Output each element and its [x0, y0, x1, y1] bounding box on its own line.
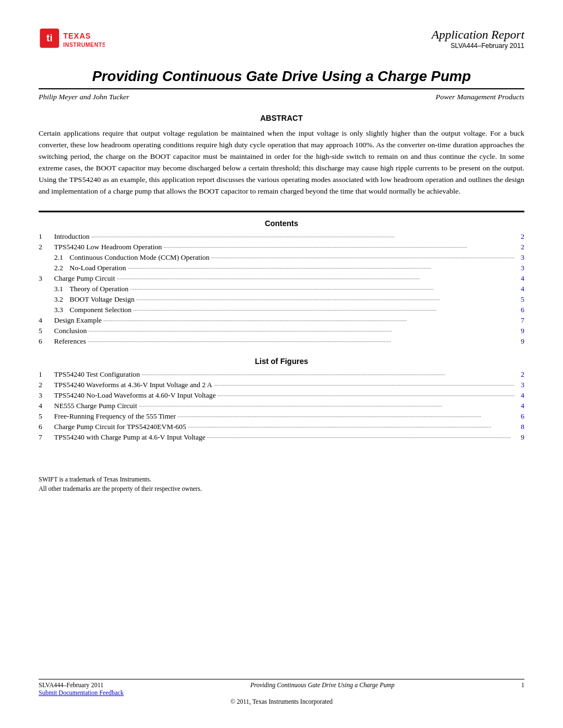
footer-left: SLVA444–February 2011 Submit Documentati… [39, 682, 124, 696]
authors-row: Philip Meyer and John Tucker Power Manag… [39, 93, 524, 101]
toc-entry: 2.2 No-Load Operation ··················… [39, 264, 524, 272]
lof-page[interactable]: 9 [514, 433, 524, 442]
lof-entries: 1 TPS54240 Test Configuration ··········… [39, 370, 524, 442]
footer-divider [39, 679, 524, 679]
toc-entry: 1 Introduction ·························… [39, 232, 524, 241]
toc-label: Conclusion [54, 326, 87, 335]
section-divider [39, 211, 524, 212]
toc-page[interactable]: 9 [514, 337, 524, 346]
lof-heading: List of Figures [39, 357, 524, 366]
app-report-label: Application Report [432, 28, 524, 42]
lof-label: TPS54240 Test Configuration [54, 370, 140, 379]
lof-label: NE555 Charge Pump Circuit [54, 402, 137, 410]
toc-label: Continuous Conduction Mode (CCM) Operati… [70, 253, 210, 262]
toc-entry: 3.2 BOOT Voltage Design ················… [39, 295, 524, 304]
lof-dotfill: ········································… [205, 434, 514, 441]
lof-num: 6 [39, 422, 54, 431]
toc-label: Theory of Operation [70, 285, 129, 293]
toc-page[interactable]: 4 [514, 274, 524, 283]
toc-num: 3.1 [39, 285, 70, 293]
toc-dotfill: ········································… [131, 307, 514, 313]
lof-dotfill: ········································… [176, 413, 514, 420]
toc-dotfill: ········································… [86, 338, 514, 345]
lof-num: 7 [39, 433, 54, 442]
logo-area: ti TEXAS INSTRUMENTS [39, 28, 105, 58]
lof-label: Free-Running Frequency of the 555 Timer [54, 412, 176, 421]
lof-page[interactable]: 3 [514, 381, 524, 389]
toc-dotfill: ········································… [89, 233, 514, 240]
toc-num: 2.1 [39, 253, 70, 262]
lof-entry: 7 TPS54240 with Charge Pump at 4.6-V Inp… [39, 433, 524, 442]
lof-page[interactable]: 4 [514, 391, 524, 400]
footer-slva: SLVA444–February 2011 [39, 682, 124, 688]
toc-dotfill: ········································… [162, 244, 514, 250]
toc-page[interactable]: 3 [514, 264, 524, 272]
page: ti TEXAS INSTRUMENTS Application Report … [0, 0, 563, 728]
toc-num: 1 [39, 232, 54, 241]
footer-bar: SLVA444–February 2011 Submit Documentati… [39, 679, 524, 705]
lof-page[interactable]: 8 [514, 422, 524, 431]
toc-page[interactable]: 3 [514, 253, 524, 262]
toc-entry: 3.3 Component Selection ················… [39, 306, 524, 314]
toc-num: 3.2 [39, 295, 70, 304]
toc-page[interactable]: 2 [514, 243, 524, 251]
lof-entry: 5 Free-Running Frequency of the 555 Time… [39, 412, 524, 421]
toc-dotfill: ········································… [126, 265, 514, 271]
toc-page[interactable]: 9 [514, 326, 524, 335]
submit-feedback-link[interactable]: Submit Documentation Feedback [39, 689, 124, 696]
lof-page[interactable]: 2 [514, 370, 524, 379]
toc-num: 3.3 [39, 306, 70, 314]
lof-dotfill: ········································… [213, 382, 514, 388]
footer-page-num: 1 [521, 682, 524, 688]
toc-page[interactable]: 7 [514, 316, 524, 325]
authors-left: Philip Meyer and John Tucker [39, 93, 129, 101]
toc-page[interactable]: 5 [514, 295, 524, 304]
toc-dotfill: ········································… [210, 254, 515, 261]
trademark-line1: SWIFT is a trademark of Texas Instrument… [39, 475, 524, 484]
lof-dotfill: ········································… [216, 392, 514, 399]
svg-text:TEXAS: TEXAS [63, 32, 91, 40]
toc-page[interactable]: 4 [514, 285, 524, 293]
lof-num: 2 [39, 381, 54, 389]
trademarks: SWIFT is a trademark of Texas Instrument… [39, 475, 524, 494]
lof-dotfill: ········································… [137, 403, 514, 409]
toc-page[interactable]: 2 [514, 232, 524, 241]
toc-page[interactable]: 6 [514, 306, 524, 314]
toc-entry: 5 Conclusion ···························… [39, 326, 524, 335]
lof-num: 5 [39, 412, 54, 421]
svg-text:INSTRUMENTS: INSTRUMENTS [63, 42, 105, 48]
toc-num: 5 [39, 326, 54, 335]
toc-label: Component Selection [70, 306, 131, 314]
toc-entry: 6 References ···························… [39, 337, 524, 346]
toc-label: Design Example [54, 316, 102, 325]
lof-page[interactable]: 4 [514, 402, 524, 410]
toc-num: 2 [39, 243, 54, 251]
lof-label: Charge Pump Circuit for TPS54240EVM-605 [54, 422, 186, 431]
toc-num: 2.2 [39, 264, 70, 272]
lof-label: TPS54240 No-Load Waveforms at 4.60-V Inp… [54, 391, 216, 400]
lof-label: TPS54240 with Charge Pump at 4.6-V Input… [54, 433, 205, 442]
toc-dotfill: ········································… [115, 275, 514, 282]
abstract-text: Certain applications require that output… [39, 128, 524, 197]
title-underline [39, 88, 524, 89]
toc-dotfill: ········································… [129, 286, 514, 292]
toc-label: TPS54240 Low Headroom Operation [54, 243, 162, 251]
trademark-line2: All other trademarks are the property of… [39, 484, 524, 494]
document-title: Providing Continuous Gate Drive Using a … [39, 68, 524, 85]
lof-entry: 2 TPS54240 Waveforms at 4.36-V Input Vol… [39, 381, 524, 389]
svg-text:ti: ti [46, 32, 52, 44]
authors-right: Power Management Products [435, 93, 524, 101]
toc-dotfill: ········································… [87, 328, 514, 334]
lof-section: List of Figures 1 TPS54240 Test Configur… [39, 357, 524, 442]
report-info: Application Report SLVA444–February 2011 [432, 28, 524, 50]
toc-label: Introduction [54, 232, 89, 241]
lof-page[interactable]: 6 [514, 412, 524, 421]
lof-entry: 1 TPS54240 Test Configuration ··········… [39, 370, 524, 379]
toc-entry: 4 Design Example ·······················… [39, 316, 524, 325]
toc-entries: 1 Introduction ·························… [39, 232, 524, 346]
abstract-heading: ABSTRACT [39, 114, 524, 122]
lof-entry: 4 NE555 Charge Pump Circuit ············… [39, 402, 524, 410]
toc-label: References [54, 337, 86, 346]
toc-entry: 3.1 Theory of Operation ················… [39, 285, 524, 293]
lof-dotfill: ········································… [186, 424, 514, 430]
